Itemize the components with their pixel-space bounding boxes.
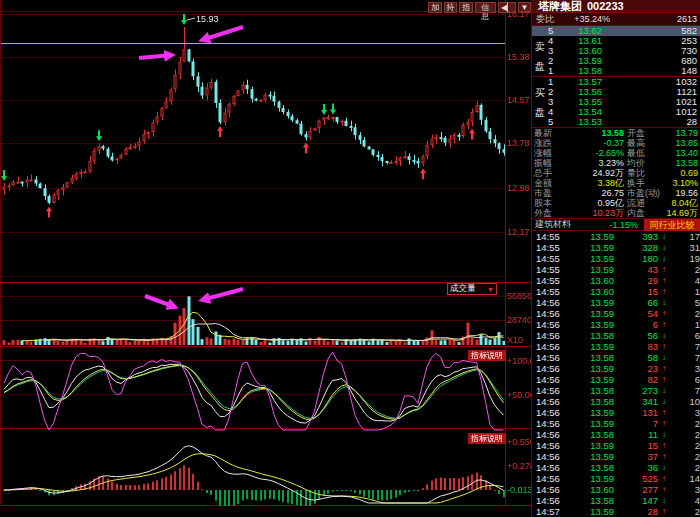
bid-level-5[interactable]: 513.5328 bbox=[532, 117, 700, 127]
tick-price: 13.59 bbox=[568, 374, 614, 385]
arrow-up-icon: ↑ bbox=[658, 473, 670, 484]
tick-price: 13.58 bbox=[568, 495, 614, 506]
quote-detail-row: 外盘10.23万内盘14.69万 bbox=[532, 208, 700, 218]
tick-count: 31 bbox=[670, 242, 700, 253]
tick-time: 14:57 bbox=[532, 506, 568, 517]
macd-help-button[interactable]: 指标说明 bbox=[468, 433, 506, 444]
kdj-help-button[interactable]: 指标说明 bbox=[468, 350, 506, 361]
tick-count: 3 bbox=[670, 363, 700, 374]
arrow-down-icon: ↓ bbox=[658, 242, 670, 253]
quote-detail-row: 总手24.92万量比0.69 bbox=[532, 168, 700, 178]
bid-level-4[interactable]: 413.541012 bbox=[532, 107, 700, 117]
tick-price: 13.58 bbox=[568, 385, 614, 396]
tick-time: 14:55 bbox=[532, 231, 568, 242]
tick-volume: 15 bbox=[614, 440, 658, 451]
tick-time: 14:56 bbox=[532, 341, 568, 352]
ask-level-4[interactable]: 413.61253 bbox=[532, 36, 700, 46]
detail-label: 最新 bbox=[532, 128, 562, 138]
tick-price: 13.59 bbox=[568, 506, 614, 517]
ask-level-5[interactable]: 513.62582 bbox=[532, 26, 700, 36]
tick-trade-list[interactable]: 14:5513.59393↓1714:5513.59328↓3114:5513.… bbox=[532, 231, 700, 517]
tick-volume: 277 bbox=[614, 484, 658, 495]
detail-label: 换手 bbox=[624, 178, 664, 188]
tick-price: 13.59 bbox=[568, 341, 614, 352]
industry-compare-button[interactable]: 同行业比较 bbox=[644, 219, 700, 231]
tick-row: 14:5513.59328↓31 bbox=[532, 242, 700, 253]
tick-row: 14:5613.5811↓2 bbox=[532, 429, 700, 440]
ask-level-3[interactable]: 313.60730 bbox=[532, 46, 700, 56]
detail-label: 外盘 bbox=[532, 208, 562, 218]
tick-row: 14:5613.5923↑3 bbox=[532, 363, 700, 374]
tick-count: 4 bbox=[670, 275, 700, 286]
candlestick-chart[interactable] bbox=[0, 0, 531, 282]
tick-count: 6 bbox=[670, 374, 700, 385]
stock-trading-app: 加持指信息◀▏▼ 16.1715.3814.5713.7812.9812.17 … bbox=[0, 0, 700, 517]
bid-level-3[interactable]: 313.551021 bbox=[532, 97, 700, 107]
tick-row: 14:5513.6015↑1 bbox=[532, 286, 700, 297]
quote-detail-row: 涨跌-0.37最高13.85 bbox=[532, 138, 700, 148]
tick-time: 14:55 bbox=[532, 242, 568, 253]
tick-volume: 29 bbox=[614, 275, 658, 286]
arrow-down-icon: ↓ bbox=[658, 297, 670, 308]
axis-label: 12.98 bbox=[507, 183, 530, 193]
tick-count: 7 bbox=[670, 341, 700, 352]
tick-time: 14:56 bbox=[532, 407, 568, 418]
tick-row: 14:5513.59180↓19 bbox=[532, 253, 700, 264]
tick-volume: 341 bbox=[614, 396, 658, 407]
tick-count: 14 bbox=[670, 473, 700, 484]
tick-time: 14:56 bbox=[532, 374, 568, 385]
detail-value: 0.95亿 bbox=[562, 198, 624, 208]
tick-count: 7 bbox=[670, 352, 700, 363]
tick-price: 13.59 bbox=[568, 242, 614, 253]
bid-level-2[interactable]: 213.561121 bbox=[532, 87, 700, 97]
tick-price: 13.59 bbox=[568, 264, 614, 275]
tick-row: 14:5613.5915↑2 bbox=[532, 440, 700, 451]
toolbar-button-3[interactable]: 信息 bbox=[475, 2, 496, 13]
tick-time: 14:55 bbox=[532, 275, 568, 286]
arrow-down-icon: ↓ bbox=[658, 495, 670, 506]
tick-row: 14:5613.5954↑2 bbox=[532, 308, 700, 319]
arrow-up-icon: ↑ bbox=[658, 363, 670, 374]
weibi-value: +35.24% bbox=[558, 14, 610, 24]
tick-count: 2 bbox=[670, 506, 700, 517]
tick-volume: 180 bbox=[614, 253, 658, 264]
kdj-indicator-chart[interactable] bbox=[0, 347, 531, 432]
tick-count: 3 bbox=[670, 407, 700, 418]
detail-value: 13.85 bbox=[664, 138, 700, 148]
detail-value: 13.40 bbox=[664, 148, 700, 158]
volume-indicator-selector[interactable]: 成交量 ▼ bbox=[447, 283, 497, 295]
axis-label: 16.17 bbox=[507, 9, 530, 19]
toolbar-button-2[interactable]: 指 bbox=[459, 2, 473, 13]
tick-time: 14:55 bbox=[532, 264, 568, 275]
tick-volume: 28 bbox=[614, 506, 658, 517]
tick-price: 13.58 bbox=[568, 352, 614, 363]
tick-count: 2 bbox=[670, 462, 700, 473]
detail-value: 14.69万 bbox=[664, 208, 700, 218]
detail-value: 13.58 bbox=[664, 158, 700, 168]
macd-indicator-chart[interactable] bbox=[0, 432, 531, 506]
arrow-up-icon: ↑ bbox=[658, 308, 670, 319]
axis-label: 12.17 bbox=[507, 227, 530, 237]
chevron-down-icon: ▼ bbox=[487, 286, 494, 293]
ask-level-2[interactable]: 213.59680 bbox=[532, 56, 700, 66]
tick-count: 2 bbox=[670, 440, 700, 451]
tick-time: 14:56 bbox=[532, 385, 568, 396]
tick-price: 13.60 bbox=[568, 275, 614, 286]
detail-value: -0.37 bbox=[562, 138, 624, 148]
detail-label: 最低 bbox=[624, 148, 664, 158]
chart-column: 加持指信息◀▏▼ 16.1715.3814.5713.7812.9812.17 … bbox=[0, 0, 531, 517]
tick-count: 2 bbox=[670, 451, 700, 462]
order-book-side-label: 盘 bbox=[535, 106, 545, 120]
tick-volume: 82 bbox=[614, 374, 658, 385]
tick-time: 14:56 bbox=[532, 297, 568, 308]
toolbar-button-0[interactable]: 加 bbox=[428, 2, 442, 13]
detail-label: 总手 bbox=[532, 168, 562, 178]
bid-level-1[interactable]: 113.571032 bbox=[532, 77, 700, 87]
tick-price: 13.58 bbox=[568, 429, 614, 440]
quote-detail-row: 最新13.58开盘13.79 bbox=[532, 128, 700, 138]
ask-level-1[interactable]: 113.58148 bbox=[532, 66, 700, 76]
tick-volume: 58 bbox=[614, 352, 658, 363]
toolbar-button-1[interactable]: 持 bbox=[444, 2, 458, 13]
detail-label: 金额 bbox=[532, 178, 562, 188]
bid-volume: 28 bbox=[602, 117, 700, 127]
